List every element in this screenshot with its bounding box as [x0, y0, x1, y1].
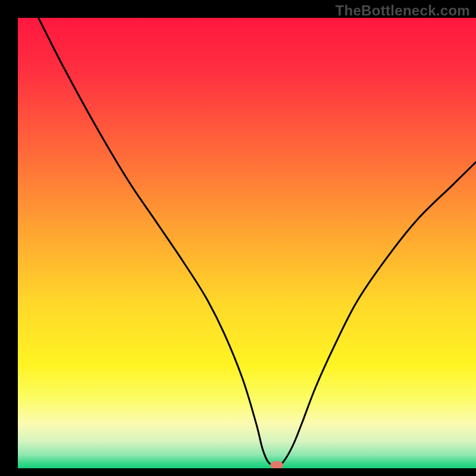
chart-stage: TheBottleneck.com: [0, 0, 476, 476]
optimal-marker: [270, 461, 283, 469]
bottleneck-chart: [0, 0, 476, 476]
plot-background: [18, 18, 476, 468]
watermark-text: TheBottleneck.com: [336, 2, 470, 19]
